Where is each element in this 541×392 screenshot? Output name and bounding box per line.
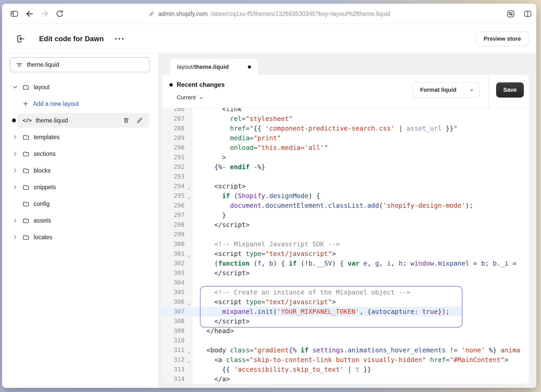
code-text[interactable]: <body class="gradient{% if settings.anim… [192,345,520,355]
code-line-308[interactable]: 308 </script> [162,316,529,326]
sidebar-item-templates[interactable]: templates [2,129,158,145]
code-text[interactable]: mixpanel.init('YOUR_MIXPANEL_TOKEN', {au… [192,307,450,316]
fold-toggle-icon[interactable] [187,358,191,362]
code-line-311[interactable]: 311 <body class="gradient{% if settings.… [162,345,529,355]
sidebar-item-add-a-new-layout[interactable]: Add a new layout [2,95,158,112]
search-input[interactable] [27,61,144,68]
code-text[interactable]: <!-- Create an instance of the Mixpanel … [192,287,410,297]
code-line-301[interactable]: 301 <script type="text/javascript"> [162,249,529,259]
code-text[interactable]: <script type="text/javascript"> [192,249,336,259]
split-view-icon[interactable] [523,9,532,18]
exit-icon[interactable] [16,34,25,44]
code-text[interactable] [192,336,199,345]
code-line-306[interactable]: 306 <script type="text/javascript"> [162,297,529,307]
add-layout-label: Add a new layout [33,100,79,107]
file-tree: layoutAdd a new layout</>theme.liquidtem… [2,79,158,246]
file-search[interactable] [10,57,150,72]
code-text[interactable]: <script type="text/javascript"> [192,297,336,307]
address-bar[interactable]: admin.shopify.com/store/rzq1xu-f5/themes… [148,4,390,24]
tab-theme-liquid[interactable]: layout/theme.liquid [170,59,258,75]
fold-toggle-icon[interactable] [187,184,191,188]
code-line-309[interactable]: 309 </head> [162,326,529,336]
sidebar-item-assets[interactable]: assets [2,212,158,229]
code-line-310[interactable]: 310 [162,336,529,345]
code-line-293[interactable]: 293 [162,172,529,181]
fold-toggle-icon[interactable] [187,194,191,198]
code-text[interactable]: </script> [192,220,250,230]
code-text[interactable]: <link [192,108,242,114]
code-line-291[interactable]: 291 > [162,152,529,162]
sidebar-item-layout[interactable]: layout [2,79,158,95]
code-text[interactable]: <script> [192,181,246,191]
code-text[interactable]: </script> [192,316,250,326]
code-line-288[interactable]: 288 href="{{ 'component-predictive-searc… [162,124,529,133]
save-button[interactable]: Save [496,82,524,97]
code-line-300[interactable]: 300 <!-- Mixpanel Javascript SDK --> [162,239,529,249]
sidebar-item-theme-liquid[interactable]: </>theme.liquid [2,112,158,129]
code-line-302[interactable]: 302 (function (f, b) { if (!b.__SV) { va… [162,259,529,268]
code-line-305[interactable]: 305 <!-- Create an instance of the Mixpa… [162,287,529,297]
code-text[interactable]: </head> [192,326,234,336]
fold-toggle-icon[interactable] [187,300,191,304]
code-line-313[interactable]: 313 {{ 'accessibility.skip_to_text' | t … [162,365,529,374]
editor-card: Recent changes Current Format liquid [162,75,529,384]
code-text[interactable]: if (Shopify.designMode) { [192,191,320,201]
code-text[interactable]: <!-- Mixpanel Javascript SDK --> [192,239,340,249]
code-text[interactable]: </script> [192,268,250,278]
code-text[interactable]: rel="stylesheet" [192,114,293,124]
version-dropdown[interactable]: Current [177,94,204,101]
code-text[interactable]: } [192,210,226,220]
code-line-299[interactable]: 299 [162,230,529,239]
code-text[interactable]: (function (f, b) { if (!b.__SV) { var e,… [192,259,516,268]
code-line-294[interactable]: 294 <script> [162,181,529,191]
fold-toggle-icon[interactable] [187,252,191,256]
code-text[interactable]: onload="this.media='all'" [192,143,328,152]
code-line-290[interactable]: 290 onload="this.media='all'" [162,143,529,152]
trash-icon[interactable] [123,117,130,124]
code-text[interactable]: document.documentElement.classList.add('… [192,201,473,210]
code-text[interactable] [192,278,199,287]
page-settings-icon[interactable] [506,9,515,18]
sidebar-item-locales[interactable]: locales [2,229,158,246]
code-text[interactable] [192,172,199,181]
code-line-289[interactable]: 289 media="print" [162,133,529,143]
reload-icon[interactable] [55,9,64,18]
code-text[interactable]: {{ 'accessibility.skip_to_text' | t }} [192,365,371,374]
code-text[interactable]: href="{{ 'component-predictive-search.cs… [192,124,457,133]
browser-window: admin.shopify.com/store/rzq1xu-f5/themes… [2,4,536,388]
line-number: 294 [162,181,192,191]
code-line-307[interactable]: 307 mixpanel.init('YOUR_MIXPANEL_TOKEN',… [162,307,529,316]
sidebar-item-snippets[interactable]: snippets [2,179,158,195]
code-line-287[interactable]: 287 rel="stylesheet" [162,114,529,124]
sidebar-item-sections[interactable]: sections [2,145,158,162]
forward-icon[interactable] [40,9,49,18]
code-line-292[interactable]: 292 {%- endif -%} [162,162,529,172]
code-text[interactable]: </a> [192,374,230,384]
code-editor[interactable]: 286 <link287 rel="stylesheet"288 href="{… [162,108,529,384]
sidebar-toggle-icon[interactable] [10,9,19,18]
fold-toggle-icon[interactable] [187,348,191,352]
code-line-303[interactable]: 303 </script> [162,268,529,278]
sidebar-item-config[interactable]: config [2,195,158,212]
code-line-286[interactable]: 286 <link [162,108,529,114]
format-options-button[interactable] [464,83,479,97]
code-line-297[interactable]: 297 } [162,210,529,220]
sidebar-item-blocks[interactable]: blocks [2,162,158,179]
format-liquid-button[interactable]: Format liquid [413,83,464,97]
code-text[interactable]: > [192,152,226,162]
code-line-314[interactable]: 314 </a> [162,374,529,384]
code-line-312[interactable]: 312 <a class="skip-to-content-link butto… [162,355,529,365]
preview-store-button[interactable]: Preview store [476,32,528,46]
code-line-296[interactable]: 296 document.documentElement.classList.a… [162,201,529,210]
overflow-menu-icon[interactable] [113,36,126,42]
code-line-304[interactable]: 304 [162,278,529,287]
code-text[interactable]: <a class="skip-to-content-link button vi… [192,355,508,365]
code-line-295[interactable]: 295 if (Shopify.designMode) { [162,191,529,201]
code-text[interactable]: {%- endif -%} [192,162,265,172]
folder-icon [22,200,29,207]
code-text[interactable]: media="print" [192,133,281,143]
pencil-icon[interactable] [136,117,143,124]
code-text[interactable] [192,230,199,239]
code-line-298[interactable]: 298 </script> [162,220,529,230]
back-icon[interactable] [25,9,34,18]
